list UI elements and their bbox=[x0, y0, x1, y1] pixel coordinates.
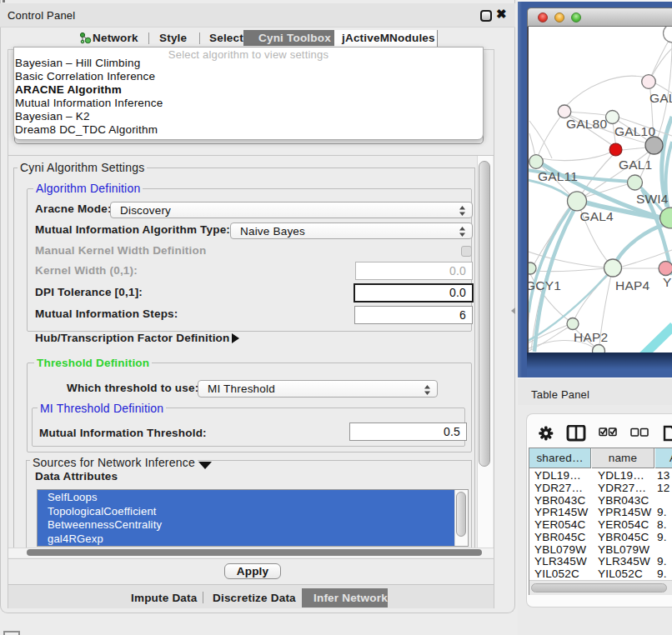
svg-text:GAL10: GAL10 bbox=[614, 124, 655, 138]
svg-text:GAL80: GAL80 bbox=[566, 117, 607, 131]
svg-text:SWI4: SWI4 bbox=[636, 192, 669, 206]
svg-text:GAL11: GAL11 bbox=[538, 169, 578, 183]
svg-text:HAP2: HAP2 bbox=[574, 330, 608, 344]
svg-text:YE: YE bbox=[663, 275, 672, 289]
svg-text:GAL1: GAL1 bbox=[619, 158, 652, 172]
svg-text:GAL4: GAL4 bbox=[580, 209, 614, 223]
svg-text:HAP4: HAP4 bbox=[615, 278, 649, 292]
svg-text:GAL7: GAL7 bbox=[649, 91, 672, 105]
svg-text:GCY1: GCY1 bbox=[529, 278, 561, 292]
